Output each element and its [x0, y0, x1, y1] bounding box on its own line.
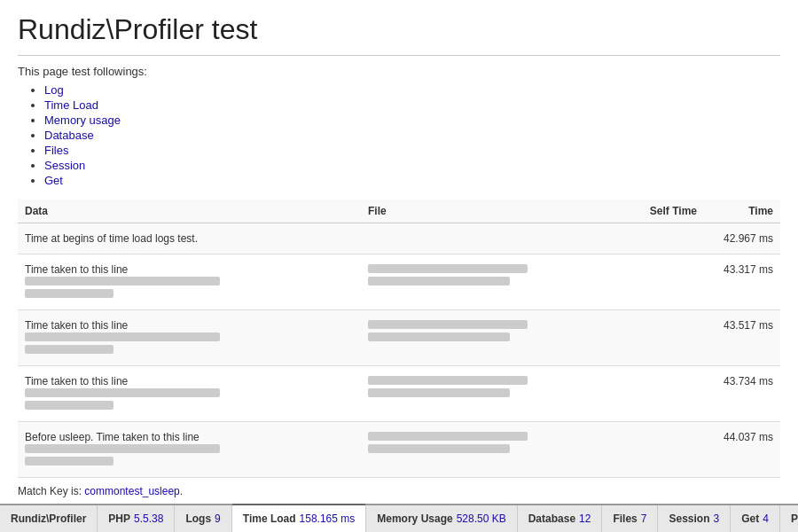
table-row: Before usleep. Time taken to this line 4…	[18, 422, 780, 478]
tab-item-memory-usage[interactable]: Memory Usage528.50 KB	[366, 505, 517, 532]
tab-value: 9	[215, 512, 221, 525]
tab-item-database[interactable]: Database12	[518, 505, 603, 532]
tab-item-rundiz-profiler[interactable]: Rundiz\Profiler	[0, 505, 98, 532]
tab-item-files[interactable]: Files7	[602, 505, 658, 532]
table-cell-selftime	[628, 422, 704, 478]
page-title: Rundiz\Profiler test	[18, 13, 780, 56]
tab-label: Logs	[185, 512, 211, 525]
table-cell-file	[361, 310, 628, 366]
list-link-files[interactable]: Files	[44, 144, 68, 157]
table-cell-data: Time taken to this line	[18, 254, 361, 310]
list-link-database[interactable]: Database	[44, 129, 94, 142]
table-row: Time taken to this line 43.317 ms	[18, 254, 780, 310]
tab-label: Rundiz\Profiler	[11, 512, 86, 525]
tab-bar: Rundiz\ProfilerPHP5.5.38Logs9Time Load15…	[0, 504, 798, 532]
data-table: Data File Self Time Time Time at begins …	[18, 200, 780, 478]
list-item: Memory usage	[44, 113, 780, 127]
match-key-link[interactable]: commontest_usleep	[84, 485, 179, 497]
list-item: Log	[44, 83, 780, 97]
tab-label: Session	[669, 512, 709, 525]
table-body: Time at begins of time load logs test.42…	[18, 223, 780, 478]
table-cell-time: 43.517 ms	[704, 310, 780, 366]
col-header-data: Data	[18, 200, 361, 223]
table-row: Time at begins of time load logs test.42…	[18, 223, 780, 254]
tab-label: Database	[528, 512, 575, 525]
tab-item-get[interactable]: Get4	[731, 505, 780, 532]
tab-item-post[interactable]: Post6	[780, 505, 798, 532]
tab-value: 528.50 KB	[457, 512, 506, 525]
tab-item-logs[interactable]: Logs9	[175, 505, 231, 532]
tab-item-php[interactable]: PHP5.5.38	[98, 505, 175, 532]
list-link-session[interactable]: Session	[44, 159, 85, 172]
table-cell-file	[361, 223, 628, 254]
col-header-selftime: Self Time	[628, 200, 704, 223]
table-header-row: Data File Self Time Time	[18, 200, 780, 223]
match-key-prefix: Match Key is:	[18, 485, 84, 497]
table-cell-data: Before usleep. Time taken to this line	[18, 422, 361, 478]
col-header-time: Time	[704, 200, 780, 223]
table-cell-data: Time at begins of time load logs test.	[18, 223, 361, 254]
match-key-row: Match Key is: commontest_usleep.	[18, 478, 780, 504]
tab-value: 4	[763, 512, 769, 525]
table-cell-time: 43.317 ms	[704, 254, 780, 310]
table-cell-time: 42.967 ms	[704, 223, 780, 254]
tab-label: Time Load	[243, 512, 296, 525]
tab-label: Post	[791, 512, 798, 525]
tab-value: 158.165 ms	[300, 512, 356, 525]
tab-label: Memory Usage	[377, 512, 452, 525]
table-row: Time taken to this line 43.734 ms	[18, 366, 780, 422]
list-item: Session	[44, 159, 780, 172]
intro-text: This page test followings:	[18, 65, 780, 78]
table-cell-data: Time taken to this line	[18, 366, 361, 422]
list-link-timeload[interactable]: Time Load	[44, 98, 98, 112]
list-link-log[interactable]: Log	[44, 83, 64, 97]
tab-value: 12	[579, 512, 591, 525]
table-row: Time taken to this line 43.517 ms	[18, 310, 780, 366]
tab-value: 5.5.38	[134, 512, 163, 525]
table-cell-time: 43.734 ms	[704, 366, 780, 422]
list-item: Get	[44, 174, 780, 187]
main-content: Rundiz\Profiler test This page test foll…	[0, 0, 798, 504]
table-cell-selftime	[628, 223, 704, 254]
table-cell-selftime	[628, 310, 704, 366]
list-link-memory[interactable]: Memory usage	[44, 113, 121, 127]
list-link-get[interactable]: Get	[44, 174, 63, 187]
tab-label: Files	[613, 512, 637, 525]
intro-list: Log Time Load Memory usage Database File…	[18, 83, 780, 187]
tab-label: PHP	[108, 512, 130, 525]
tab-label: Get	[741, 512, 759, 525]
table-cell-selftime	[628, 366, 704, 422]
tab-value: 3	[714, 512, 720, 525]
table-cell-time: 44.037 ms	[704, 422, 780, 478]
list-item: Files	[44, 144, 780, 157]
list-item: Time Load	[44, 98, 780, 112]
tab-value: 7	[641, 512, 647, 525]
tab-item-session[interactable]: Session3	[658, 505, 731, 532]
list-item: Database	[44, 129, 780, 142]
table-cell-file	[361, 254, 628, 310]
tab-item-time-load[interactable]: Time Load158.165 ms	[232, 504, 367, 532]
table-cell-data: Time taken to this line	[18, 310, 361, 366]
table-cell-file	[361, 366, 628, 422]
col-header-file: File	[361, 200, 628, 223]
match-key-suffix: .	[180, 485, 183, 497]
table-cell-file	[361, 422, 628, 478]
table-cell-selftime	[628, 254, 704, 310]
